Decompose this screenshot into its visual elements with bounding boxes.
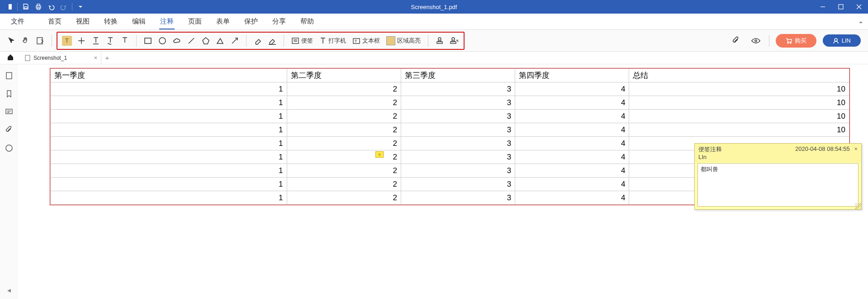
document-tab-strip: Screenshot_1 × + xyxy=(0,52,868,64)
svg-rect-20 xyxy=(145,38,151,43)
cart-icon xyxy=(786,38,792,44)
menu-item-3[interactable]: 编辑 xyxy=(125,14,153,29)
user-icon xyxy=(833,38,839,44)
menu-item-7[interactable]: 保护 xyxy=(237,14,265,29)
cell: 3 xyxy=(401,164,515,178)
attachments-panel-icon[interactable] xyxy=(4,125,14,135)
typewriter-icon xyxy=(319,37,327,45)
typewriter-tool[interactable]: 打字机 xyxy=(317,37,349,45)
circle-shape-icon[interactable] xyxy=(156,34,169,48)
signature-tool-icon[interactable] xyxy=(447,34,461,48)
eraser-soft-icon[interactable] xyxy=(251,34,265,48)
file-menu[interactable]: 文件 xyxy=(4,14,32,29)
svg-rect-1 xyxy=(6,4,9,10)
close-tab-icon[interactable]: × xyxy=(94,55,97,61)
highlight-text-icon[interactable]: T xyxy=(60,34,74,48)
svg-rect-5 xyxy=(37,8,40,10)
line-shape-icon[interactable] xyxy=(185,34,198,48)
thumbnails-icon[interactable] xyxy=(4,71,14,81)
strikethrough-icon[interactable] xyxy=(75,34,88,48)
redo-icon[interactable] xyxy=(57,0,70,14)
area-highlight-tool[interactable]: 区域高亮 xyxy=(384,36,423,45)
menu-item-6[interactable]: 表单 xyxy=(209,14,237,29)
menu-item-0[interactable]: 首页 xyxy=(41,14,69,29)
document-title: Screenshot_1.pdf xyxy=(411,4,457,10)
save-icon[interactable] xyxy=(19,0,32,14)
sticky-note-popup[interactable]: 便签注释 2020-04-08 08:54:55 × LIn 都叫兽 xyxy=(694,143,862,210)
svg-rect-35 xyxy=(437,42,442,43)
menu-bar: 文件 首页视图转换编辑注释页面表单保护分享帮助 xyxy=(0,14,868,30)
print-icon[interactable] xyxy=(32,0,45,14)
select-tool-icon[interactable] xyxy=(5,34,18,48)
table-row: 123410 xyxy=(51,96,849,110)
comments-icon[interactable] xyxy=(4,107,14,117)
cloud-shape-icon[interactable] xyxy=(170,34,184,48)
undo-icon[interactable] xyxy=(45,0,57,14)
app-logo-icon xyxy=(3,0,15,14)
attachment-icon[interactable] xyxy=(729,34,743,48)
underline-icon[interactable] xyxy=(89,34,103,48)
maximize-button[interactable] xyxy=(832,0,850,14)
sticky-note-tool[interactable]: 便签 xyxy=(289,37,316,45)
cell: 3 xyxy=(401,110,515,123)
sticky-body[interactable]: 都叫兽 xyxy=(697,163,859,207)
polygon-shape-icon[interactable] xyxy=(199,34,213,48)
cell: 10 xyxy=(629,82,849,96)
menu-item-9[interactable]: 帮助 xyxy=(293,14,321,29)
caret-icon[interactable] xyxy=(118,34,132,48)
svg-rect-2 xyxy=(24,7,27,9)
polyline-shape-icon[interactable] xyxy=(213,34,227,48)
qat-dropdown-icon[interactable] xyxy=(74,0,87,14)
cell: 4 xyxy=(515,164,629,178)
rectangle-shape-icon[interactable] xyxy=(141,34,155,48)
menu-item-8[interactable]: 分享 xyxy=(265,14,293,29)
cell: 1 xyxy=(51,137,287,150)
stamp-tool-icon[interactable] xyxy=(433,34,446,48)
area-highlight-swatch-icon xyxy=(386,36,395,45)
hand-tool-icon[interactable] xyxy=(19,34,33,48)
svg-line-22 xyxy=(189,38,194,43)
search-panel-icon[interactable] xyxy=(4,143,14,153)
menu-item-4[interactable]: 注释 xyxy=(153,14,181,29)
cell: 1 xyxy=(51,110,287,123)
cell: 1 xyxy=(51,150,287,164)
sticky-author: LIn xyxy=(695,154,861,162)
arrow-shape-icon[interactable] xyxy=(228,34,242,48)
textbox-tool[interactable]: T 文本框 xyxy=(350,37,383,45)
document-icon xyxy=(24,55,31,61)
menu-item-5[interactable]: 页面 xyxy=(181,14,209,29)
cell: 10 xyxy=(629,96,849,110)
left-panel-rail: ◂ xyxy=(0,64,18,299)
cell: 2 xyxy=(287,191,401,205)
buy-button[interactable]: 购买 xyxy=(776,34,816,48)
document-tab[interactable]: Screenshot_1 × xyxy=(20,52,101,64)
add-tab-button[interactable]: + xyxy=(101,54,113,62)
cell: 2 xyxy=(287,123,401,137)
view-mode-icon[interactable] xyxy=(749,34,763,48)
sticky-resize-handle[interactable] xyxy=(855,203,861,209)
svg-text:T: T xyxy=(355,39,357,43)
squiggly-icon[interactable] xyxy=(104,34,117,48)
home-tab-icon[interactable] xyxy=(6,53,14,63)
minimize-button[interactable] xyxy=(814,0,832,14)
menu-item-1[interactable]: 视图 xyxy=(69,14,97,29)
col-header: 第三季度 xyxy=(401,69,515,82)
svg-marker-23 xyxy=(203,38,209,44)
note-annotation-marker[interactable]: ≡ xyxy=(375,151,384,158)
cell: 10 xyxy=(629,110,849,123)
menu-items: 首页视图转换编辑注释页面表单保护分享帮助 xyxy=(41,14,321,29)
bookmarks-icon[interactable] xyxy=(4,89,14,99)
sticky-close-icon[interactable]: × xyxy=(854,145,858,152)
buy-label: 购买 xyxy=(795,37,806,45)
cell: 4 xyxy=(515,123,629,137)
collapse-rail-icon[interactable]: ◂ xyxy=(7,286,11,294)
eraser-hard-icon[interactable] xyxy=(266,34,279,48)
cell: 2 xyxy=(287,164,401,178)
menu-item-2[interactable]: 转换 xyxy=(97,14,125,29)
close-button[interactable] xyxy=(850,0,868,14)
user-button[interactable]: LIN xyxy=(823,34,861,47)
collapse-ribbon-icon[interactable] xyxy=(858,19,863,27)
cell: 4 xyxy=(515,82,629,96)
edit-tool-icon[interactable] xyxy=(33,34,47,48)
cell: 1 xyxy=(51,123,287,137)
